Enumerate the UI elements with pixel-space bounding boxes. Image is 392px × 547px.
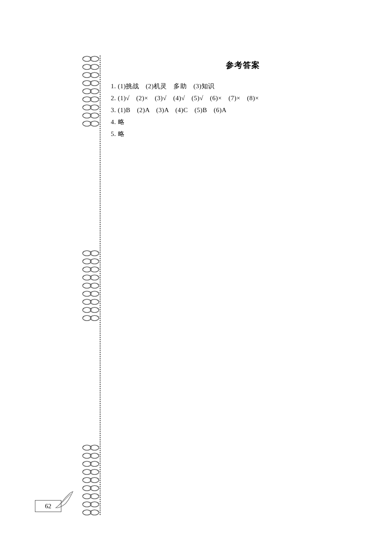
svg-point-27 bbox=[90, 283, 99, 288]
svg-point-6 bbox=[83, 81, 91, 86]
answers-title: 参考答案 bbox=[111, 60, 375, 71]
svg-point-50 bbox=[83, 502, 91, 507]
svg-point-37 bbox=[90, 445, 99, 450]
svg-point-16 bbox=[83, 121, 91, 126]
spiral-ring bbox=[82, 104, 100, 111]
spiral-ring bbox=[82, 72, 100, 78]
spiral-ring bbox=[82, 88, 100, 95]
svg-point-38 bbox=[83, 453, 91, 458]
spiral-ring bbox=[82, 112, 100, 119]
svg-point-25 bbox=[90, 275, 99, 280]
svg-point-26 bbox=[83, 283, 91, 288]
svg-point-5 bbox=[90, 72, 99, 78]
spiral-ring bbox=[82, 298, 100, 305]
svg-point-49 bbox=[90, 494, 99, 499]
svg-point-51 bbox=[90, 502, 99, 507]
spiral-ring bbox=[82, 80, 100, 87]
svg-point-22 bbox=[83, 267, 91, 272]
spiral-ring bbox=[82, 493, 100, 500]
svg-point-29 bbox=[90, 291, 99, 296]
svg-point-12 bbox=[83, 105, 91, 110]
spiral-ring bbox=[82, 307, 100, 313]
answer-content: 参考答案 1. (1)挑战 (2)机灵 多助 (3)知识 2. (1)√ (2)… bbox=[111, 60, 375, 140]
svg-point-34 bbox=[83, 315, 91, 321]
svg-point-47 bbox=[90, 486, 99, 491]
ring-group-2 bbox=[82, 250, 103, 321]
svg-point-10 bbox=[83, 97, 91, 102]
svg-point-18 bbox=[83, 251, 91, 256]
spiral-ring bbox=[82, 452, 100, 459]
spiral-ring bbox=[82, 460, 100, 467]
spiral-ring bbox=[82, 282, 100, 289]
spiral-ring bbox=[82, 477, 100, 483]
svg-point-31 bbox=[90, 299, 99, 304]
spiral-ring bbox=[82, 266, 100, 273]
svg-point-32 bbox=[83, 307, 91, 313]
spiral-ring bbox=[82, 501, 100, 508]
svg-point-44 bbox=[83, 478, 91, 483]
svg-point-14 bbox=[83, 113, 91, 118]
svg-point-23 bbox=[90, 267, 99, 272]
spiral-ring bbox=[82, 444, 100, 451]
spiral-ring bbox=[82, 274, 100, 281]
answer-line-4: 4. 略 bbox=[111, 116, 375, 128]
svg-point-13 bbox=[90, 105, 99, 110]
svg-point-7 bbox=[90, 81, 99, 86]
spiral-ring bbox=[82, 315, 100, 321]
svg-point-4 bbox=[83, 72, 91, 78]
svg-point-2 bbox=[83, 64, 91, 69]
svg-point-1 bbox=[90, 56, 99, 61]
svg-point-46 bbox=[83, 486, 91, 491]
spiral-ring bbox=[82, 250, 100, 257]
svg-point-35 bbox=[90, 315, 99, 321]
svg-point-19 bbox=[90, 251, 99, 256]
spiral-ring bbox=[82, 290, 100, 297]
svg-point-43 bbox=[90, 469, 99, 475]
ring-group-1 bbox=[82, 55, 103, 127]
svg-point-17 bbox=[90, 121, 99, 126]
svg-point-48 bbox=[83, 494, 91, 499]
spiral-ring bbox=[82, 96, 100, 103]
spiral-ring bbox=[82, 258, 100, 265]
answer-line-1: 1. (1)挑战 (2)机灵 多助 (3)知识 bbox=[111, 80, 375, 92]
svg-point-41 bbox=[90, 461, 99, 466]
answer-line-2: 2. (1)√ (2)× (3)√ (4)√ (5)√ (6)× (7)× (8… bbox=[111, 92, 375, 104]
feather-icon bbox=[54, 491, 75, 509]
svg-point-21 bbox=[90, 259, 99, 264]
svg-point-20 bbox=[83, 259, 91, 264]
spiral-ring bbox=[82, 64, 100, 70]
svg-point-36 bbox=[83, 445, 91, 450]
spiral-ring bbox=[82, 469, 100, 475]
svg-point-30 bbox=[83, 299, 91, 304]
answer-line-3: 3. (1)B (2)A (3)A (4)C (5)B (6)A bbox=[111, 104, 375, 116]
spiral-ring bbox=[82, 55, 100, 62]
ring-group-3 bbox=[82, 444, 103, 516]
svg-point-11 bbox=[90, 97, 99, 102]
svg-point-8 bbox=[83, 89, 91, 94]
svg-point-3 bbox=[90, 64, 99, 69]
spiral-ring bbox=[82, 509, 100, 516]
svg-point-28 bbox=[83, 291, 91, 296]
svg-point-53 bbox=[90, 510, 99, 515]
spiral-ring bbox=[82, 485, 100, 492]
svg-point-24 bbox=[83, 275, 91, 280]
svg-point-39 bbox=[90, 453, 99, 458]
svg-point-33 bbox=[90, 307, 99, 313]
svg-point-0 bbox=[83, 56, 91, 61]
svg-point-52 bbox=[83, 510, 91, 515]
svg-point-9 bbox=[90, 89, 99, 94]
page-number-box: 62 bbox=[35, 494, 78, 512]
svg-point-45 bbox=[90, 478, 99, 483]
svg-point-42 bbox=[83, 469, 91, 475]
answer-line-5: 5. 略 bbox=[111, 128, 375, 140]
spiral-ring bbox=[82, 120, 100, 127]
svg-point-15 bbox=[90, 113, 99, 118]
spiral-binding bbox=[82, 55, 103, 516]
svg-point-40 bbox=[83, 461, 91, 466]
